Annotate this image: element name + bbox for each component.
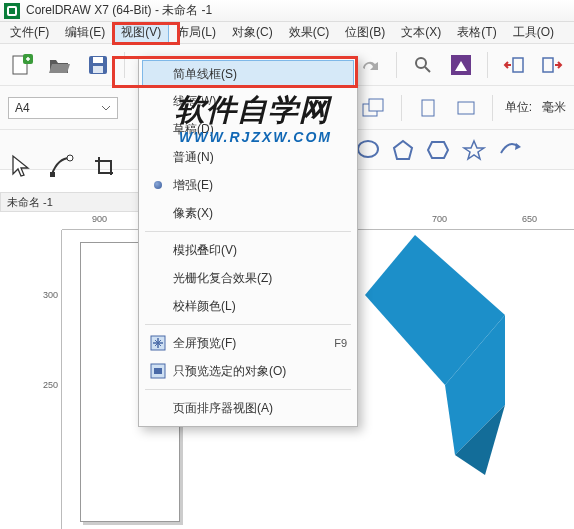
svg-rect-11 bbox=[369, 99, 383, 111]
menu-table[interactable]: 表格(T) bbox=[449, 22, 504, 43]
menu-item-draft[interactable]: 草稿(D) bbox=[139, 115, 357, 143]
menu-item-label: 模拟叠印(V) bbox=[173, 242, 347, 259]
layers-icon[interactable] bbox=[361, 94, 389, 122]
svg-rect-9 bbox=[543, 58, 553, 72]
menu-item-wireframe[interactable]: 线框(W) bbox=[139, 87, 357, 115]
toolbar-separator bbox=[492, 95, 493, 121]
menu-item-label: 普通(N) bbox=[173, 149, 347, 166]
ruler-tick: 700 bbox=[432, 214, 447, 224]
svg-rect-4 bbox=[93, 66, 103, 73]
radio-selected-icon bbox=[154, 181, 162, 189]
menu-edit[interactable]: 编辑(E) bbox=[57, 22, 113, 43]
menu-layout[interactable]: 布局(L) bbox=[169, 22, 224, 43]
titlebar: CorelDRAW X7 (64-Bit) - 未命名 -1 bbox=[0, 0, 574, 22]
svg-rect-19 bbox=[50, 172, 55, 177]
menu-item-label: 简单线框(S) bbox=[173, 66, 347, 83]
snap-right-icon[interactable] bbox=[538, 51, 566, 79]
toolbar-separator bbox=[124, 52, 125, 78]
menu-item-fullscreen-preview[interactable]: 全屏预览(F) F9 bbox=[139, 329, 357, 357]
toolbar-separator bbox=[396, 52, 397, 78]
canvas-artwork bbox=[355, 225, 535, 485]
ellipse-tool-icon[interactable] bbox=[356, 139, 380, 161]
menu-separator bbox=[145, 389, 351, 390]
menu-item-simulate-overprint[interactable]: 模拟叠印(V) bbox=[139, 236, 357, 264]
menu-item-label: 光栅化复合效果(Z) bbox=[173, 270, 347, 287]
polygon-tool-icon[interactable] bbox=[392, 139, 414, 161]
svg-rect-3 bbox=[93, 57, 103, 63]
menu-separator bbox=[145, 231, 351, 232]
search-icon[interactable] bbox=[409, 51, 437, 79]
menu-item-rasterize[interactable]: 光栅化复合效果(Z) bbox=[139, 264, 357, 292]
chevron-down-icon bbox=[101, 103, 111, 113]
menu-item-label: 页面排序器视图(A) bbox=[173, 400, 347, 417]
menubar: 文件(F) 编辑(E) 视图(V) 布局(L) 对象(C) 效果(C) 位图(B… bbox=[0, 22, 574, 44]
menu-object[interactable]: 对象(C) bbox=[224, 22, 281, 43]
svg-marker-16 bbox=[394, 141, 412, 159]
hexagon-tool-icon[interactable] bbox=[426, 139, 450, 161]
unit-value: 毫米 bbox=[542, 99, 566, 116]
svg-point-5 bbox=[416, 58, 426, 68]
redo-icon[interactable] bbox=[356, 51, 384, 79]
menu-item-enhanced[interactable]: 增强(E) bbox=[139, 171, 357, 199]
menu-shortcut: F9 bbox=[334, 337, 347, 349]
svg-marker-17 bbox=[428, 142, 448, 158]
ruler-tick: 250 bbox=[43, 380, 58, 390]
menu-item-label: 只预览选定的对象(O) bbox=[173, 363, 347, 380]
shape-edit-tool-icon[interactable] bbox=[48, 152, 76, 180]
menu-item-label: 线框(W) bbox=[173, 93, 347, 110]
ruler-tick: 650 bbox=[522, 214, 537, 224]
ruler-vertical: 300 250 bbox=[42, 230, 62, 529]
menu-bitmap[interactable]: 位图(B) bbox=[337, 22, 393, 43]
star-tool-icon[interactable] bbox=[462, 139, 486, 161]
menu-item-label: 校样颜色(L) bbox=[173, 298, 347, 315]
menu-view[interactable]: 视图(V) bbox=[113, 22, 169, 43]
document-tab[interactable]: 未命名 -1 bbox=[0, 192, 150, 212]
paper-size-select[interactable]: A4 bbox=[8, 97, 118, 119]
menu-item-simple-wireframe[interactable]: 简单线框(S) bbox=[142, 60, 354, 88]
open-icon[interactable] bbox=[46, 51, 74, 79]
window-title: CorelDRAW X7 (64-Bit) - 未命名 -1 bbox=[26, 2, 212, 19]
toolbar-separator bbox=[487, 52, 488, 78]
svg-marker-18 bbox=[464, 141, 484, 159]
menu-item-proof-colors[interactable]: 校样颜色(L) bbox=[139, 292, 357, 320]
new-doc-icon[interactable] bbox=[8, 51, 36, 79]
menu-item-label: 像素(X) bbox=[173, 205, 347, 222]
svg-point-20 bbox=[67, 155, 73, 161]
view-menu-dropdown: 简单线框(S) 线框(W) 草稿(D) 普通(N) 增强(E) 像素(X) 模拟… bbox=[138, 56, 358, 427]
ruler-tick: 900 bbox=[92, 214, 107, 224]
menu-file[interactable]: 文件(F) bbox=[2, 22, 57, 43]
svg-rect-8 bbox=[513, 58, 523, 72]
menu-item-label: 增强(E) bbox=[173, 177, 347, 194]
snap-left-icon[interactable] bbox=[500, 51, 528, 79]
menu-item-page-sorter[interactable]: 页面排序器视图(A) bbox=[139, 394, 357, 422]
toolbar-separator bbox=[401, 95, 402, 121]
crop-tool-icon[interactable] bbox=[90, 152, 118, 180]
unit-label: 单位: bbox=[505, 99, 532, 116]
preview-selection-icon bbox=[143, 361, 173, 381]
launch-icon[interactable] bbox=[447, 51, 475, 79]
menu-item-pixels[interactable]: 像素(X) bbox=[139, 199, 357, 227]
menu-text[interactable]: 文本(X) bbox=[393, 22, 449, 43]
svg-rect-13 bbox=[458, 102, 474, 114]
svg-rect-12 bbox=[422, 100, 434, 116]
menu-item-normal[interactable]: 普通(N) bbox=[139, 143, 357, 171]
svg-line-6 bbox=[425, 67, 430, 72]
menu-item-label: 草稿(D) bbox=[173, 121, 347, 138]
pick-tool-icon[interactable] bbox=[6, 152, 34, 180]
curved-arrow-icon[interactable] bbox=[498, 139, 524, 161]
menu-tools[interactable]: 工具(O) bbox=[505, 22, 562, 43]
fullscreen-icon bbox=[143, 333, 173, 353]
ruler-tick: 300 bbox=[43, 290, 58, 300]
landscape-icon[interactable] bbox=[452, 94, 480, 122]
menu-item-label: 全屏预览(F) bbox=[173, 335, 334, 352]
menu-effects[interactable]: 效果(C) bbox=[281, 22, 338, 43]
save-icon[interactable] bbox=[84, 51, 112, 79]
app-logo-icon bbox=[4, 3, 20, 19]
menu-item-preview-selected[interactable]: 只预览选定的对象(O) bbox=[139, 357, 357, 385]
paper-size-value: A4 bbox=[15, 101, 30, 115]
portrait-icon[interactable] bbox=[414, 94, 442, 122]
menu-separator bbox=[145, 324, 351, 325]
svg-rect-23 bbox=[154, 368, 162, 374]
svg-point-15 bbox=[358, 141, 378, 157]
